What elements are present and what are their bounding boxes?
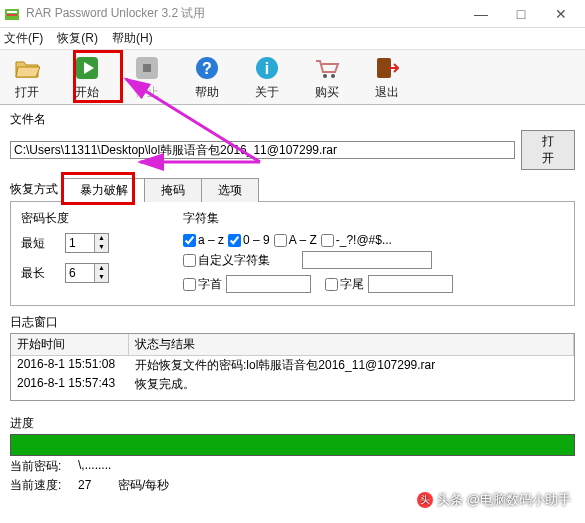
watermark-text: 头条 @电脑数码小助手 <box>437 491 571 509</box>
tab-brute[interactable]: 暴力破解 <box>63 178 145 202</box>
tabs: 恢复方式 暴力破解 掩码 选项 <box>10 178 575 202</box>
content: 文件名 打开 恢复方式 暴力破解 掩码 选项 密码长度 最短 ▲▼ 最长 <box>0 105 585 498</box>
curpw-value: \,........ <box>78 458 258 475</box>
speed-unit: 密码/每秒 <box>118 478 169 492</box>
watermark-icon: 头 <box>417 492 433 508</box>
stop-label: 停止 <box>126 84 168 101</box>
charset-label: 字符集 <box>183 210 453 227</box>
about-button[interactable]: i 关于 <box>246 54 288 101</box>
help-button[interactable]: ? 帮助 <box>186 54 228 101</box>
progress-bar <box>10 434 575 456</box>
brute-panel: 密码长度 最短 ▲▼ 最长 ▲▼ 字符集 <box>10 201 575 306</box>
folder-open-icon <box>13 54 41 82</box>
svg-rect-1 <box>7 11 17 13</box>
svg-text:i: i <box>265 60 269 77</box>
menu-help[interactable]: 帮助(H) <box>112 30 153 47</box>
tab-options[interactable]: 选项 <box>201 178 259 202</box>
log-col-time: 开始时间 <box>11 334 129 355</box>
menu-file[interactable]: 文件(F) <box>4 30 43 47</box>
play-icon <box>73 54 101 82</box>
checkbox-lowercase[interactable]: a – z <box>183 233 224 247</box>
checkbox-prefix[interactable]: 字首 <box>183 276 222 293</box>
svg-rect-2 <box>7 14 17 16</box>
svg-point-10 <box>323 74 327 78</box>
tab-mask[interactable]: 掩码 <box>144 178 202 202</box>
close-button[interactable]: ✕ <box>541 1 581 27</box>
info-icon: i <box>253 54 281 82</box>
maximize-button[interactable]: □ <box>501 1 541 27</box>
open-label: 打开 <box>6 84 48 101</box>
max-label: 最长 <box>21 265 65 282</box>
buy-button[interactable]: 购买 <box>306 54 348 101</box>
exit-button[interactable]: 退出 <box>366 54 408 101</box>
svg-rect-5 <box>143 64 151 72</box>
suffix-input[interactable] <box>368 275 453 293</box>
spin-down-icon[interactable]: ▼ <box>95 273 108 282</box>
max-stepper[interactable]: ▲▼ <box>65 263 109 283</box>
stop-button: 停止 <box>126 54 168 101</box>
watermark: 头 头条 @电脑数码小助手 <box>417 491 571 509</box>
spin-up-icon[interactable]: ▲ <box>95 234 108 243</box>
pwlen-label: 密码长度 <box>21 210 161 227</box>
min-stepper[interactable]: ▲▼ <box>65 233 109 253</box>
menubar: 文件(F) 恢复(R) 帮助(H) <box>0 28 585 50</box>
exit-label: 退出 <box>366 84 408 101</box>
log-row: 2016-8-1 15:57:43 恢复完成。 <box>11 375 574 394</box>
progress-section: 进度 当前密码: \,........ 当前速度: 27 密码/每秒 <box>10 415 575 494</box>
exit-icon <box>373 54 401 82</box>
menu-recover[interactable]: 恢复(R) <box>57 30 98 47</box>
max-input[interactable] <box>66 265 94 281</box>
start-button[interactable]: 开始 <box>66 54 108 101</box>
log-section: 日志窗口 开始时间 状态与结果 2016-8-1 15:51:08 开始恢复文件… <box>10 314 575 401</box>
help-label: 帮助 <box>186 84 228 101</box>
app-icon <box>4 6 20 22</box>
start-label: 开始 <box>66 84 108 101</box>
custom-charset-input[interactable] <box>302 251 432 269</box>
curpw-label: 当前密码: <box>10 458 78 475</box>
file-open-button[interactable]: 打开 <box>521 130 575 170</box>
checkbox-uppercase[interactable]: A – Z <box>274 233 317 247</box>
checkbox-special[interactable]: -_?!@#$... <box>321 233 392 247</box>
stop-icon <box>133 54 161 82</box>
toolbar: 打开 开始 停止 ? 帮助 i 关于 购买 退出 <box>0 50 585 105</box>
open-button[interactable]: 打开 <box>6 54 48 101</box>
file-label: 文件名 <box>10 111 46 128</box>
checkbox-digits[interactable]: 0 – 9 <box>228 233 270 247</box>
buy-label: 购买 <box>306 84 348 101</box>
checkbox-suffix[interactable]: 字尾 <box>325 276 364 293</box>
min-label: 最短 <box>21 235 65 252</box>
speed-label: 当前速度: <box>10 477 78 494</box>
log-box: 开始时间 状态与结果 2016-8-1 15:51:08 开始恢复文件的密码:l… <box>10 333 575 401</box>
about-label: 关于 <box>246 84 288 101</box>
file-path-input[interactable] <box>10 141 515 159</box>
prefix-input[interactable] <box>226 275 311 293</box>
log-title: 日志窗口 <box>10 314 575 331</box>
svg-point-11 <box>331 74 335 78</box>
speed-value: 27 <box>78 478 91 492</box>
titlebar: RAR Password Unlocker 3.2 试用 — □ ✕ <box>0 0 585 28</box>
cart-icon <box>313 54 341 82</box>
spin-up-icon[interactable]: ▲ <box>95 264 108 273</box>
window-title: RAR Password Unlocker 3.2 试用 <box>26 5 461 22</box>
log-row: 2016-8-1 15:51:08 开始恢复文件的密码:lol韩服语音包2016… <box>11 356 574 375</box>
min-input[interactable] <box>66 235 94 251</box>
recovery-mode-label: 恢复方式 <box>10 178 64 202</box>
svg-text:?: ? <box>202 60 212 77</box>
minimize-button[interactable]: — <box>461 1 501 27</box>
help-icon: ? <box>193 54 221 82</box>
progress-label: 进度 <box>10 415 575 432</box>
log-col-msg: 状态与结果 <box>129 334 574 355</box>
spin-down-icon[interactable]: ▼ <box>95 243 108 252</box>
checkbox-custom[interactable]: 自定义字符集 <box>183 252 270 269</box>
